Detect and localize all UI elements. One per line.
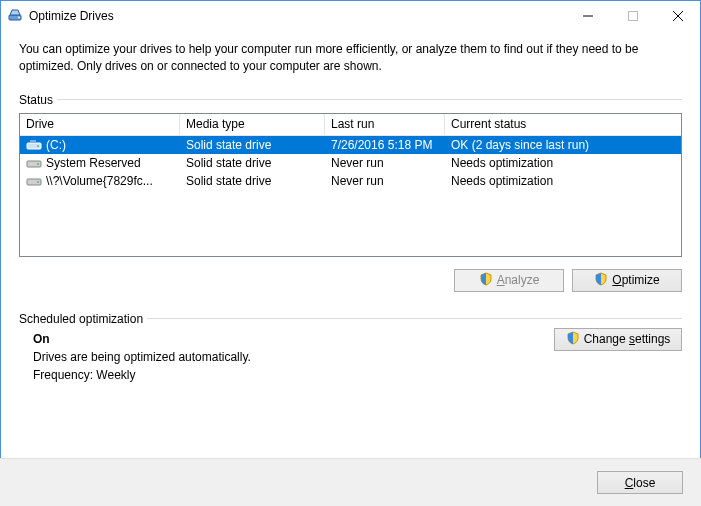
- drives-list-header[interactable]: Drive Media type Last run Current status: [20, 114, 681, 136]
- drive-media: Solid state drive: [180, 138, 325, 152]
- drive-lastrun: 7/26/2016 5:18 PM: [325, 138, 445, 152]
- drive-media: Solid state drive: [180, 174, 325, 188]
- footer: Close: [0, 458, 701, 506]
- col-header-media[interactable]: Media type: [180, 114, 325, 136]
- table-row[interactable]: System Reserved Solid state drive Never …: [20, 154, 681, 172]
- drive-status: OK (2 days since last run): [445, 138, 681, 152]
- sched-group-header: Scheduled optimization: [19, 312, 682, 326]
- svg-rect-7: [30, 140, 36, 143]
- svg-point-8: [37, 145, 39, 147]
- table-row[interactable]: \\?\Volume{7829fc... Solid state drive N…: [20, 172, 681, 190]
- drive-status: Needs optimization: [445, 174, 681, 188]
- status-label: Status: [19, 93, 57, 107]
- shield-icon: [479, 272, 493, 289]
- optimize-label: Optimize: [612, 273, 659, 287]
- close-window-button[interactable]: [655, 1, 700, 31]
- maximize-button[interactable]: [610, 1, 655, 31]
- sched-freq-text: Frequency: Weekly: [33, 368, 682, 382]
- col-header-drive[interactable]: Drive: [20, 114, 180, 136]
- svg-point-1: [18, 17, 20, 19]
- close-button[interactable]: Close: [597, 471, 683, 494]
- minimize-button[interactable]: [565, 1, 610, 31]
- svg-point-10: [37, 163, 39, 165]
- optimize-button[interactable]: Optimize: [572, 269, 682, 292]
- table-row[interactable]: (C:) Solid state drive 7/26/2016 5:18 PM…: [20, 136, 681, 154]
- drive-media: Solid state drive: [180, 156, 325, 170]
- svg-rect-3: [628, 12, 637, 21]
- svg-point-12: [37, 181, 39, 183]
- shield-icon: [566, 331, 580, 348]
- col-header-lastrun[interactable]: Last run: [325, 114, 445, 136]
- window-title: Optimize Drives: [29, 9, 114, 23]
- sched-label: Scheduled optimization: [19, 312, 147, 326]
- app-icon: [7, 8, 23, 24]
- drives-list[interactable]: Drive Media type Last run Current status…: [19, 113, 682, 257]
- hdd-icon: [26, 175, 42, 187]
- status-group-header: Status: [19, 93, 682, 107]
- drive-name: \\?\Volume{7829fc...: [46, 174, 153, 188]
- col-header-status[interactable]: Current status: [445, 114, 681, 136]
- change-settings-button[interactable]: Change settings: [554, 328, 682, 351]
- sched-desc-text: Drives are being optimized automatically…: [33, 350, 682, 364]
- analyze-button[interactable]: Analyze: [454, 269, 564, 292]
- drive-lastrun: Never run: [325, 174, 445, 188]
- os-drive-icon: [26, 139, 42, 151]
- intro-text: You can optimize your drives to help you…: [19, 41, 682, 75]
- drive-name: (C:): [46, 138, 66, 152]
- drive-status: Needs optimization: [445, 156, 681, 170]
- shield-icon: [594, 272, 608, 289]
- hdd-icon: [26, 157, 42, 169]
- change-settings-label: Change settings: [584, 332, 671, 346]
- drive-name: System Reserved: [46, 156, 141, 170]
- close-label: Close: [625, 476, 656, 490]
- titlebar[interactable]: Optimize Drives: [1, 1, 700, 31]
- analyze-label: Analyze: [497, 273, 540, 287]
- drive-lastrun: Never run: [325, 156, 445, 170]
